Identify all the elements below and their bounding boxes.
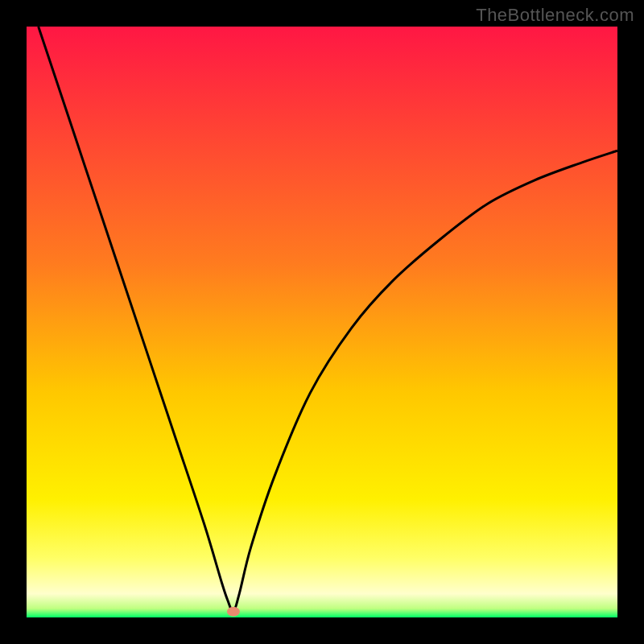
plot-area <box>27 27 617 617</box>
plot-background <box>27 27 617 617</box>
gradient-rect <box>27 27 617 617</box>
watermark-text: TheBottleneck.com <box>476 5 634 26</box>
chart-frame: TheBottleneck.com <box>0 0 644 644</box>
